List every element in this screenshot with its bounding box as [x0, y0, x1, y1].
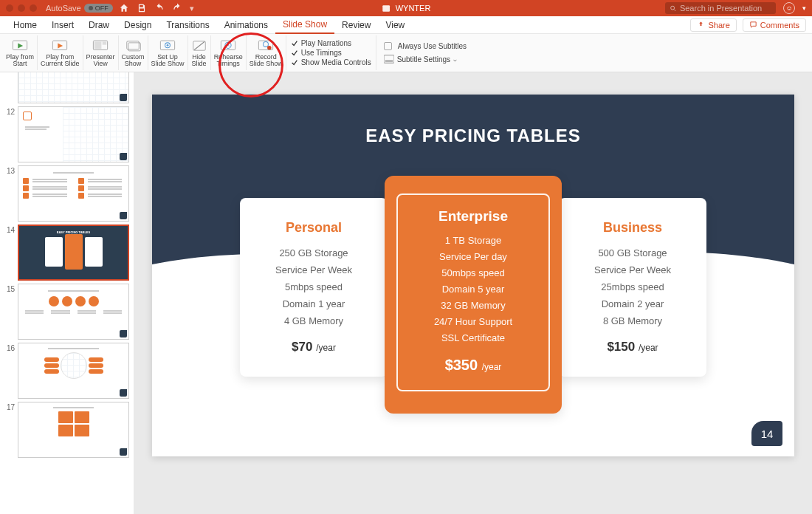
slide-thumbnails-panel[interactable]: 12 13 14	[0, 72, 134, 514]
record-slideshow-button[interactable]: Record Slide Show	[247, 35, 286, 70]
slide-page-number: 14	[751, 421, 782, 446]
slide-thumbnail-16[interactable]	[18, 343, 129, 399]
redo-icon[interactable]	[172, 3, 182, 13]
svg-rect-5	[94, 41, 102, 49]
tab-view[interactable]: View	[378, 17, 412, 33]
play-narrations-checkbox[interactable]: Play Narrations	[291, 39, 371, 47]
quick-access-toolbar: ▾	[119, 3, 194, 13]
comments-icon	[749, 21, 757, 29]
tab-insert[interactable]: Insert	[44, 17, 81, 33]
svg-point-1	[671, 6, 675, 10]
share-icon	[697, 21, 705, 29]
thumbnail-number: 16	[4, 343, 15, 352]
undo-icon[interactable]	[154, 3, 165, 13]
ribbon-checkbox-group: Play Narrations Use Timings Show Media C…	[286, 35, 376, 70]
custom-show-icon	[125, 38, 141, 53]
subtitle-settings-button[interactable]: Subtitle Settings ⌵	[384, 55, 467, 64]
thumbnail-row: 15	[0, 282, 134, 341]
slide-canvas[interactable]: EASY PRICING TABLES Personal 250 GB Stor…	[152, 95, 794, 456]
plan-feature: Domain 5 year	[407, 284, 540, 295]
slide-thumbnail-13[interactable]	[18, 165, 129, 222]
plan-name: Personal	[255, 220, 373, 236]
autosave-toggle[interactable]: AutoSave OFF	[46, 4, 113, 13]
plan-feature: SSL Certificate	[407, 332, 540, 343]
thumbnail-number: 17	[4, 402, 15, 411]
svg-point-11	[167, 44, 169, 47]
rehearse-timings-button[interactable]: Rehearse Timings	[211, 35, 247, 70]
hide-slide-button[interactable]: Hide Slide	[188, 35, 211, 70]
close-window-button[interactable]	[6, 4, 13, 12]
tab-animations[interactable]: Animations	[217, 17, 275, 33]
ribbon-label: Record Slide Show	[250, 54, 283, 68]
powerpoint-icon	[382, 4, 391, 13]
subtitle-settings-label: Subtitle Settings	[397, 55, 450, 64]
thumbnail-number: 14	[4, 225, 15, 234]
plan-feature: 24/7 Hour Support	[407, 316, 540, 327]
thumbnail-number: 12	[4, 106, 15, 116]
pricing-card-enterprise[interactable]: Enterprise 1 TB Storage Service Per day …	[385, 176, 562, 414]
minimize-window-button[interactable]	[18, 4, 25, 12]
plan-feature: 32 GB Memory	[407, 300, 540, 311]
slide-thumbnail-14[interactable]: EASY PRICING TABLES	[18, 225, 129, 281]
checkbox-label: Use Timings	[301, 49, 342, 57]
tab-design[interactable]: Design	[117, 17, 159, 33]
user-account-button[interactable]: ☺	[783, 2, 795, 14]
checkbox-label: Play Narrations	[301, 39, 351, 47]
tab-transitions[interactable]: Transitions	[159, 17, 216, 33]
thumbnail-row: 12	[0, 105, 134, 164]
tab-review[interactable]: Review	[334, 17, 378, 33]
ribbon-label: Rehearse Timings	[214, 54, 243, 68]
share-button[interactable]: Share	[690, 18, 736, 32]
custom-show-button[interactable]: Custom Show	[119, 35, 148, 70]
slide-thumbnail-15[interactable]	[18, 284, 129, 340]
setup-slideshow-button[interactable]: Set Up Slide Show	[148, 35, 188, 70]
search-input[interactable]	[680, 4, 771, 13]
always-subtitles-checkbox[interactable]: Always Use Subtitles	[384, 42, 467, 50]
home-icon[interactable]	[119, 3, 129, 13]
show-media-checkbox[interactable]: Show Media Controls	[291, 58, 371, 66]
plan-feature: 50mbps speed	[407, 267, 540, 278]
svg-point-18	[267, 46, 272, 50]
comments-button[interactable]: Comments	[743, 18, 806, 32]
slide-thumbnail-11[interactable]	[18, 72, 129, 103]
play-from-start-icon	[12, 38, 28, 53]
save-icon[interactable]	[137, 3, 147, 13]
plan-name: Enterprise	[407, 208, 540, 225]
titlebar: AutoSave OFF ▾ WYNTER ☺ ▾	[0, 0, 812, 16]
plan-feature: Domain 1 year	[255, 298, 373, 309]
play-from-start-button[interactable]: Play from Start	[3, 35, 38, 70]
svg-rect-6	[103, 41, 107, 44]
plan-feature: Service Per day	[407, 251, 540, 262]
tab-draw[interactable]: Draw	[81, 17, 117, 33]
qat-dropdown-icon[interactable]: ▾	[190, 4, 194, 13]
share-label: Share	[708, 21, 729, 30]
user-dropdown-icon[interactable]: ▾	[802, 4, 806, 12]
thumbnail-number: 15	[4, 284, 15, 293]
search-box[interactable]	[665, 2, 776, 14]
play-from-current-button[interactable]: Play from Current Slide	[38, 35, 83, 70]
plan-feature: 5mbps speed	[255, 281, 373, 292]
tab-slide-show[interactable]: Slide Show	[275, 16, 334, 34]
svg-point-17	[264, 41, 269, 47]
plan-price: $350 /year	[407, 357, 540, 374]
slide-canvas-area[interactable]: EASY PRICING TABLES Personal 250 GB Stor…	[134, 72, 812, 514]
maximize-window-button[interactable]	[30, 4, 37, 12]
check-icon	[291, 49, 298, 57]
chevron-down-icon: ⌵	[453, 56, 457, 63]
plan-name: Business	[574, 220, 692, 236]
plan-feature: 4 GB Memory	[255, 315, 373, 326]
plan-feature: 500 GB Storage	[574, 247, 692, 258]
thumbnail-row: 13	[0, 164, 134, 223]
use-timings-checkbox[interactable]: Use Timings	[291, 49, 371, 57]
slide-title[interactable]: EASY PRICING TABLES	[152, 126, 794, 146]
presenter-view-icon	[92, 38, 109, 53]
presenter-view-button[interactable]: Presenter View	[83, 35, 119, 70]
checkbox-icon	[384, 42, 392, 50]
tab-home[interactable]: Home	[6, 17, 44, 33]
main-area: 12 13 14	[0, 72, 812, 514]
setup-icon	[159, 38, 176, 53]
slide-thumbnail-12[interactable]	[18, 106, 129, 162]
slide-thumbnail-17[interactable]	[18, 402, 129, 458]
pricing-card-business[interactable]: Business 500 GB Storage Service Per Week…	[559, 198, 706, 377]
pricing-card-personal[interactable]: Personal 250 GB Storage Service Per Week…	[240, 198, 388, 377]
